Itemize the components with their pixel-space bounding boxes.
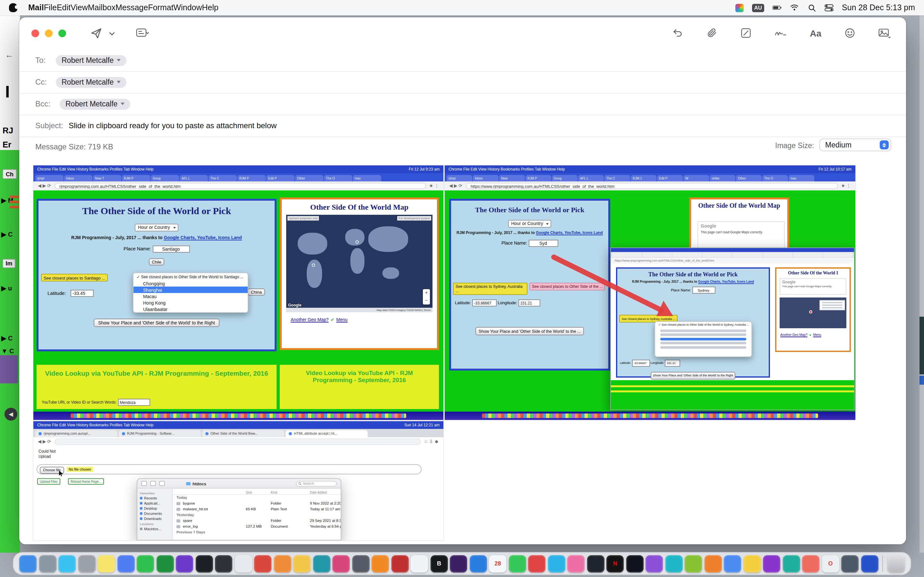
dock-icon[interactable]: [803, 555, 820, 572]
dock-icon[interactable]: [294, 555, 311, 572]
menu-bar-item[interactable]: File: [44, 3, 57, 12]
dock-icon[interactable]: [450, 555, 467, 572]
emoji-icon[interactable]: [845, 27, 855, 39]
menu-bar-item[interactable]: Format: [148, 3, 173, 12]
menu-bar-item[interactable]: View: [71, 3, 88, 12]
dock-icon[interactable]: [842, 555, 859, 572]
send-options-chevron-icon[interactable]: [109, 31, 115, 36]
pasted-screenshot-3[interactable]: Chrome File Edit View History Bookmarks …: [33, 421, 443, 540]
dock-icon[interactable]: [626, 555, 644, 572]
dock-icon[interactable]: [274, 555, 291, 572]
dock-icon[interactable]: [98, 555, 115, 572]
menu-bar-item[interactable]: Edit: [57, 3, 71, 12]
pasted-screenshot-1[interactable]: Chrome File Edit View History Bookmarks …: [33, 165, 443, 420]
message-body[interactable]: Chrome File Edit View History Bookmarks …: [19, 155, 906, 544]
dock-icon[interactable]: [861, 555, 879, 572]
input-source-badge[interactable]: AU: [752, 3, 764, 12]
cc-recipient-token[interactable]: Robert Metcalfe: [56, 77, 126, 87]
dock-icon[interactable]: [39, 555, 57, 572]
spotlight-search-icon[interactable]: [807, 3, 816, 12]
dock-icon[interactable]: [567, 555, 585, 572]
map-zoom-control: +−: [423, 289, 430, 305]
dock-icon[interactable]: [176, 555, 194, 572]
dock-icon[interactable]: [470, 555, 487, 572]
close-button[interactable]: [31, 29, 39, 37]
battery-icon[interactable]: [772, 3, 782, 12]
dock-icon[interactable]: [215, 555, 233, 572]
background-text: Er: [3, 140, 11, 149]
dock-icon[interactable]: [528, 555, 546, 572]
dock-icon[interactable]: [763, 555, 780, 572]
menu-header: ✓ See closest places to Other Side of th…: [655, 322, 751, 327]
send-button[interactable]: [90, 27, 103, 40]
dock-icon[interactable]: [411, 555, 428, 572]
file-name: Today: [176, 496, 187, 500]
menu-bar-item[interactable]: Window: [174, 3, 202, 12]
dock-icon[interactable]: [235, 555, 252, 572]
dock-icon[interactable]: [196, 555, 213, 572]
to-recipient-token[interactable]: Robert Metcalfe: [56, 55, 126, 66]
dock-icon[interactable]: [352, 555, 370, 572]
field-divider: [19, 137, 906, 137]
menu-bar-item[interactable]: Mailbox: [88, 3, 115, 12]
dock-icon[interactable]: [685, 555, 702, 572]
video-lookup-title: Video Lookup via YouTube API - RJM Progr…: [37, 365, 276, 377]
menu-bar-item[interactable]: Mail: [28, 3, 44, 12]
image-size-dropdown[interactable]: Medium: [819, 139, 891, 151]
message-size-text: Message Size: 719 KB: [35, 142, 113, 151]
sidebar-item-icon: [140, 502, 142, 504]
markup-icon[interactable]: [740, 27, 751, 39]
wifi-icon[interactable]: [790, 3, 799, 12]
collapse-arrow-button[interactable]: ◀: [5, 408, 17, 421]
dock-icon[interactable]: B: [431, 555, 448, 572]
dock-icon[interactable]: 28: [489, 555, 507, 572]
image-size-label: Image Size:: [775, 142, 814, 149]
dock-icon[interactable]: [157, 555, 174, 572]
minimize-button[interactable]: [45, 29, 53, 37]
dock-icon[interactable]: [313, 555, 330, 572]
dock-icon[interactable]: [137, 555, 154, 572]
dock-icon[interactable]: [391, 555, 409, 572]
dock-icon[interactable]: [666, 555, 683, 572]
dock-icon[interactable]: [548, 555, 565, 572]
format-text-icon[interactable]: Aa: [810, 28, 821, 38]
dock-icon[interactable]: [19, 555, 37, 572]
photo-browser-icon[interactable]: [879, 28, 891, 38]
dock-icon[interactable]: O: [822, 555, 839, 572]
inset-picker-panel: The Other Side of the World or Pick RJM …: [616, 268, 770, 378]
dock-icon[interactable]: [333, 555, 350, 572]
subject-label: Subject:: [35, 121, 69, 130]
dock-icon[interactable]: [646, 555, 663, 572]
third-party-menu-icon[interactable]: [735, 3, 744, 12]
dock-icon[interactable]: [704, 555, 722, 572]
field-divider: [19, 93, 906, 93]
sidebar-item-icon: [140, 507, 142, 510]
signature-icon[interactable]: [774, 28, 787, 38]
dock-icon[interactable]: [744, 555, 761, 572]
mail-compose-window: Aa To: Robert Metcalfe Cc: Robert Metcal…: [19, 17, 906, 544]
bcc-recipient-token[interactable]: Robert Metcalfe: [60, 98, 130, 109]
dock-icon[interactable]: [509, 555, 526, 572]
dock-icon[interactable]: [372, 555, 389, 572]
pasted-screenshot-2[interactable]: Chrome File Edit View History Bookmarks …: [445, 165, 855, 420]
attach-paperclip-icon[interactable]: [706, 27, 717, 39]
undo-icon[interactable]: [672, 27, 683, 39]
menu-bar-item[interactable]: Message: [115, 3, 148, 12]
menu-bar-item[interactable]: Help: [202, 3, 218, 12]
dock-icon[interactable]: [254, 555, 272, 572]
subject-input[interactable]: Slide in clipboard ready for you to past…: [69, 121, 276, 130]
dock-icon[interactable]: N: [607, 555, 624, 572]
dock-icon[interactable]: [587, 555, 604, 572]
dock-icon[interactable]: [78, 555, 95, 572]
header-fields-button[interactable]: [136, 27, 149, 39]
trash-icon[interactable]: [887, 555, 905, 572]
dock-icon[interactable]: [118, 555, 135, 572]
apple-menu-icon[interactable]: [9, 3, 17, 12]
dock-icon[interactable]: [724, 555, 741, 572]
menu-bar-clock[interactable]: Sun 28 Dec 5:13 pm: [842, 3, 915, 12]
finder-file-list: Size Kind Date Added Today: [173, 489, 341, 540]
dock-icon[interactable]: [59, 555, 76, 572]
dock-icon[interactable]: [783, 555, 800, 572]
zoom-button[interactable]: [58, 29, 66, 37]
control-center-icon[interactable]: [825, 3, 834, 12]
